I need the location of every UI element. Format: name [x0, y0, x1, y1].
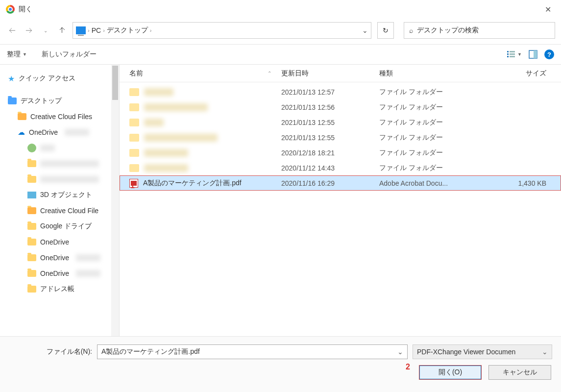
up-button[interactable]: 🡡	[56, 24, 69, 37]
column-headers: 名前⌃ 更新日時 種類 サイズ	[120, 65, 561, 82]
sort-arrow-icon: ⌃	[268, 71, 271, 76]
user-icon	[27, 144, 36, 152]
redacted-text	[40, 145, 55, 151]
breadcrumb[interactable]: › PC › デスクトップ › ⌄	[73, 22, 371, 39]
cancel-button[interactable]: キャンセル	[488, 365, 551, 380]
redacted-text	[144, 103, 208, 111]
desktop-icon	[8, 98, 17, 104]
file-name: A製品のマーケティング計画.pdf	[143, 179, 242, 188]
view-mode-button[interactable]: ▼	[507, 50, 522, 59]
refresh-button[interactable]: ↻	[377, 22, 394, 39]
toolbar: 整理▼ 新しいフォルダー ▼ ?	[0, 44, 561, 65]
sidebar-item-onedrive[interactable]: OneDrive	[0, 234, 119, 250]
folder-icon	[27, 286, 36, 293]
sidebar-item-folder[interactable]	[0, 156, 119, 172]
svg-rect-4	[507, 56, 509, 57]
file-row-selected[interactable]: A製品のマーケティング計画.pdf 2020/11/16 16:29 Adobe…	[120, 175, 561, 191]
file-row[interactable]: 2020/11/12 14:43ファイル フォルダー	[120, 160, 561, 175]
chevron-down-icon[interactable]: ⌄	[542, 348, 548, 356]
sidebar-item-creative-cloud[interactable]: Creative Cloud Files	[0, 109, 119, 124]
sidebar-item-folder[interactable]	[0, 172, 119, 187]
scrollbar-thumb[interactable]	[112, 66, 118, 100]
sidebar-item-desktop[interactable]: デスクトップ	[0, 93, 119, 109]
svg-rect-7	[534, 50, 537, 58]
file-type: Adobe Acrobat Docu...	[379, 179, 477, 187]
folder-icon	[129, 134, 139, 142]
sidebar-item-user[interactable]	[0, 140, 119, 156]
titlebar: 開く ✕	[0, 0, 561, 19]
folder-icon	[129, 88, 139, 96]
file-size: 1,430 KB	[477, 179, 551, 187]
scrollbar[interactable]	[111, 65, 119, 336]
forward-button: 🡢	[23, 24, 35, 37]
file-list-panel: 名前⌃ 更新日時 種類 サイズ 2021/01/13 12:57ファイル フォル…	[120, 65, 561, 336]
breadcrumb-item[interactable]: デスクトップ	[107, 26, 148, 35]
file-row[interactable]: 2021/01/13 12:56ファイル フォルダー	[120, 99, 561, 115]
col-date[interactable]: 更新日時	[281, 69, 379, 78]
col-size[interactable]: サイズ	[477, 69, 551, 78]
close-icon[interactable]: ✕	[541, 3, 555, 16]
filename-label: ファイル名(N):	[9, 347, 92, 356]
redacted-text	[144, 164, 188, 172]
svg-rect-5	[510, 56, 515, 57]
sidebar-item-onedrive[interactable]: ☁OneDrive	[0, 124, 119, 140]
redacted-text	[40, 160, 99, 167]
chevron-icon: ›	[150, 27, 152, 33]
file-row[interactable]: 2021/01/13 12:55ファイル フォルダー	[120, 130, 561, 145]
folder-icon	[129, 149, 139, 157]
redacted-text	[76, 270, 100, 277]
svg-rect-3	[510, 53, 515, 55]
folder-icon	[27, 239, 36, 245]
col-name[interactable]: 名前⌃	[129, 69, 281, 78]
sidebar-item-3d-objects[interactable]: 3D オブジェクト	[0, 187, 119, 203]
preview-icon	[529, 50, 537, 59]
sidebar-item-gdrive[interactable]: Google ドライブ	[0, 219, 119, 234]
folder-icon	[129, 103, 139, 111]
chevron-down-icon[interactable]: ⌄	[397, 348, 403, 356]
svg-rect-1	[510, 51, 515, 52]
folder-icon	[129, 164, 139, 172]
file-date: 2020/11/16 16:29	[281, 179, 379, 187]
organize-button[interactable]: 整理▼	[7, 50, 27, 59]
sidebar-item-addressbook[interactable]: アドレス帳	[0, 281, 119, 297]
redacted-text	[40, 176, 99, 183]
sidebar-item-quick-access[interactable]: ★クイック アクセス	[0, 71, 119, 86]
folder-icon	[27, 160, 36, 167]
annotation-1: 1	[130, 181, 135, 190]
file-row[interactable]: 2021/01/13 12:55ファイル フォルダー	[120, 115, 561, 130]
sidebar-item-onedrive[interactable]: OneDrive	[0, 250, 119, 266]
search-icon: ⌕	[409, 26, 413, 34]
help-icon[interactable]: ?	[544, 49, 554, 59]
col-type[interactable]: 種類	[379, 69, 477, 78]
folder-icon	[129, 119, 139, 126]
sidebar-item-creative-cloud[interactable]: Creative Cloud File	[0, 203, 119, 219]
search-placeholder: デスクトップの検索	[417, 26, 479, 35]
breadcrumb-item[interactable]: PC	[92, 26, 101, 34]
back-button[interactable]: 🡠	[6, 24, 19, 37]
redacted-text	[76, 254, 100, 261]
preview-pane-button[interactable]	[529, 50, 537, 59]
breadcrumb-dropdown[interactable]: ⌄	[362, 26, 368, 34]
open-button[interactable]: 開く(O)	[419, 365, 482, 380]
folder-icon	[27, 270, 36, 277]
folder-icon	[27, 223, 36, 230]
file-row[interactable]: 2021/01/13 12:57ファイル フォルダー	[120, 84, 561, 99]
sidebar-item-onedrive[interactable]: OneDrive	[0, 266, 119, 281]
redacted-text	[144, 149, 188, 157]
filename-input[interactable]: A製品のマーケティング計画.pdf⌄	[97, 344, 408, 359]
svg-rect-0	[507, 51, 509, 52]
pc-icon	[76, 26, 86, 34]
recent-dropdown[interactable]: ⌄	[39, 24, 52, 37]
footer: ファイル名(N): A製品のマーケティング計画.pdf⌄ PDF-XChange…	[0, 336, 561, 392]
chevron-icon: ›	[88, 27, 90, 33]
folder-icon	[27, 176, 36, 183]
file-row[interactable]: 2020/12/18 18:21ファイル フォルダー	[120, 145, 561, 160]
annotation-2: 2	[406, 363, 410, 371]
search-input[interactable]: ⌕ デスクトップの検索	[404, 22, 555, 39]
cloud-icon: ☁	[18, 128, 25, 137]
filetype-select[interactable]: PDF-XChange Viewer Documen⌄	[413, 344, 552, 359]
window-title: 開く	[19, 5, 32, 14]
new-folder-button[interactable]: 新しいフォルダー	[42, 50, 97, 59]
chevron-icon: ›	[103, 27, 105, 33]
svg-rect-2	[507, 53, 509, 55]
